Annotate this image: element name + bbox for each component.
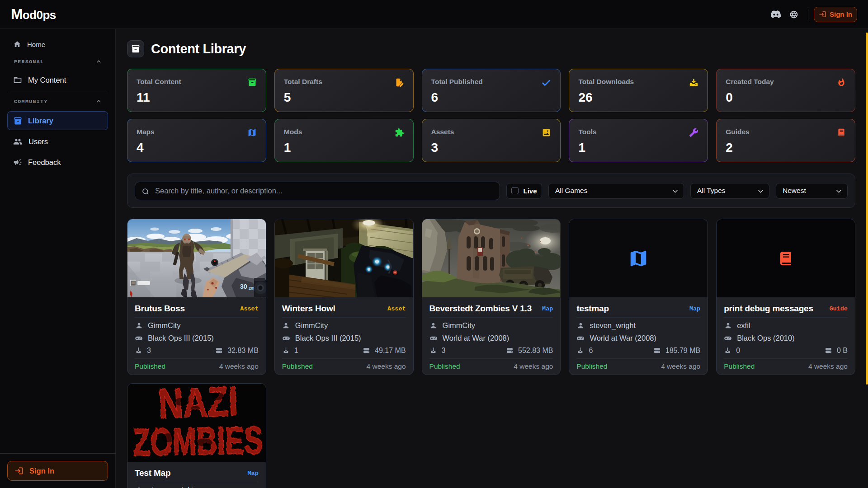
svg-text:30: 30 [240, 283, 247, 290]
